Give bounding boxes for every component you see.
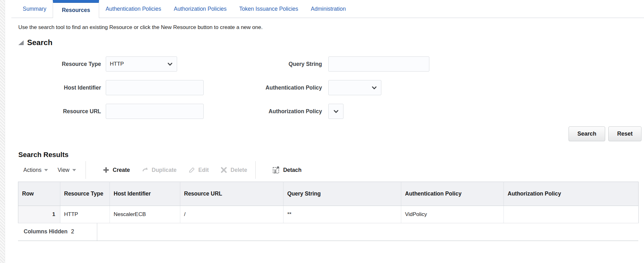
collapse-triangle-icon[interactable] bbox=[18, 40, 24, 45]
authorization-policy-label: Authorization Policy bbox=[227, 108, 322, 115]
column-header-query-string[interactable]: Query String bbox=[283, 182, 401, 206]
resource-type-label: Resource Type bbox=[11, 61, 101, 67]
columns-hidden-label: Columns Hidden bbox=[24, 228, 68, 235]
column-header-authorization-policy[interactable]: Authorization Policy bbox=[504, 182, 639, 206]
authentication-policy-label: Authentication Policy bbox=[227, 85, 322, 91]
columns-hidden-count: 2 bbox=[71, 228, 74, 235]
pencil-icon bbox=[188, 166, 195, 174]
edit-button-label: Edit bbox=[198, 167, 209, 173]
actions-menu[interactable]: Actions bbox=[23, 167, 48, 173]
chevron-down-icon bbox=[333, 108, 339, 114]
column-header-row[interactable]: Row bbox=[18, 182, 60, 206]
resource-type-select[interactable]: HTTP bbox=[106, 56, 177, 72]
duplicate-icon bbox=[141, 166, 149, 174]
cell-authorization-policy bbox=[504, 206, 639, 223]
search-section-title: Search bbox=[27, 38, 52, 47]
tab-summary-label: Summary bbox=[23, 6, 46, 12]
delete-button: Delete bbox=[220, 166, 247, 174]
cell-row-number: 1 bbox=[18, 206, 60, 223]
detach-button[interactable]: Detach bbox=[272, 166, 301, 174]
menu-arrow-icon bbox=[72, 169, 76, 171]
view-menu-label: View bbox=[57, 167, 69, 173]
page-edge-decoration bbox=[0, 0, 5, 263]
table-header-row: Row Resource Type Host Identifier Resour… bbox=[18, 182, 639, 206]
cell-authentication-policy: VidPolicy bbox=[401, 206, 504, 223]
menu-arrow-icon bbox=[44, 169, 48, 171]
create-button[interactable]: Create bbox=[102, 166, 130, 174]
search-button-row: Search Reset bbox=[11, 126, 641, 141]
cell-resource-type: HTTP bbox=[60, 206, 110, 223]
tab-authorization-policies[interactable]: Authorization Policies bbox=[167, 0, 233, 18]
actions-menu-label: Actions bbox=[23, 167, 41, 173]
detach-button-label: Detach bbox=[283, 167, 301, 173]
cell-resource-url: / bbox=[180, 206, 283, 223]
results-table: Row Resource Type Host Identifier Resour… bbox=[18, 182, 639, 223]
toolbar-separator bbox=[86, 161, 86, 179]
columns-hidden-status: Columns Hidden 2 bbox=[18, 223, 97, 241]
delete-button-label: Delete bbox=[230, 167, 247, 173]
host-identifier-input[interactable] bbox=[106, 80, 204, 95]
tab-administration-label: Administration bbox=[311, 6, 346, 12]
tab-summary[interactable]: Summary bbox=[16, 0, 53, 18]
tab-authorization-policies-label: Authorization Policies bbox=[174, 6, 226, 12]
search-results-title: Search Results bbox=[18, 151, 644, 159]
search-form: Resource Type HTTP Query String Host Ide… bbox=[11, 56, 644, 119]
page-instruction: Use the search tool to find an existing … bbox=[18, 24, 644, 31]
query-string-input[interactable] bbox=[328, 56, 429, 72]
x-icon bbox=[220, 166, 228, 174]
resource-url-input[interactable] bbox=[106, 104, 204, 119]
tab-resources-label: Resources bbox=[62, 7, 90, 14]
tab-token-issuance-policies-label: Token Issuance Policies bbox=[239, 6, 298, 12]
column-header-authentication-policy[interactable]: Authentication Policy bbox=[401, 182, 504, 206]
resource-url-label: Resource URL bbox=[11, 108, 101, 115]
results-toolbar: Actions View Create Duplicate Edit Delet… bbox=[11, 161, 644, 179]
authorization-policy-select[interactable] bbox=[328, 104, 343, 119]
detach-icon bbox=[272, 166, 280, 174]
tab-bar: Summary Resources Authentication Policie… bbox=[11, 0, 644, 18]
column-header-host-identifier[interactable]: Host Identifier bbox=[110, 182, 180, 206]
duplicate-button: Duplicate bbox=[141, 166, 177, 174]
reset-button[interactable]: Reset bbox=[608, 126, 641, 141]
column-header-resource-url[interactable]: Resource URL bbox=[180, 182, 283, 206]
toolbar-separator bbox=[255, 161, 256, 179]
create-button-label: Create bbox=[113, 167, 130, 173]
duplicate-button-label: Duplicate bbox=[152, 167, 177, 173]
search-section-header: Search bbox=[18, 38, 644, 47]
chevron-down-icon bbox=[167, 61, 173, 67]
tab-authentication-policies-label: Authentication Policies bbox=[105, 6, 161, 12]
search-button[interactable]: Search bbox=[569, 126, 605, 141]
table-row[interactable]: 1 HTTP NescalerECB / ** VidPolicy bbox=[18, 206, 639, 223]
tab-resources[interactable]: Resources bbox=[53, 0, 99, 18]
resource-type-value: HTTP bbox=[110, 61, 124, 67]
tab-administration[interactable]: Administration bbox=[305, 0, 352, 18]
tab-token-issuance-policies[interactable]: Token Issuance Policies bbox=[233, 0, 305, 18]
results-footer: Columns Hidden 2 bbox=[18, 223, 638, 241]
authentication-policy-select[interactable] bbox=[328, 80, 381, 95]
edit-button: Edit bbox=[188, 166, 209, 174]
tab-authentication-policies[interactable]: Authentication Policies bbox=[99, 0, 167, 18]
view-menu[interactable]: View bbox=[57, 167, 76, 173]
chevron-down-icon bbox=[371, 85, 377, 91]
plus-icon bbox=[102, 166, 110, 174]
cell-host-identifier: NescalerECB bbox=[110, 206, 180, 223]
main-content: Summary Resources Authentication Policie… bbox=[11, 0, 644, 241]
query-string-label: Query String bbox=[227, 61, 322, 67]
host-identifier-label: Host Identifier bbox=[11, 85, 101, 91]
column-header-resource-type[interactable]: Resource Type bbox=[60, 182, 110, 206]
cell-query-string: ** bbox=[283, 206, 401, 223]
